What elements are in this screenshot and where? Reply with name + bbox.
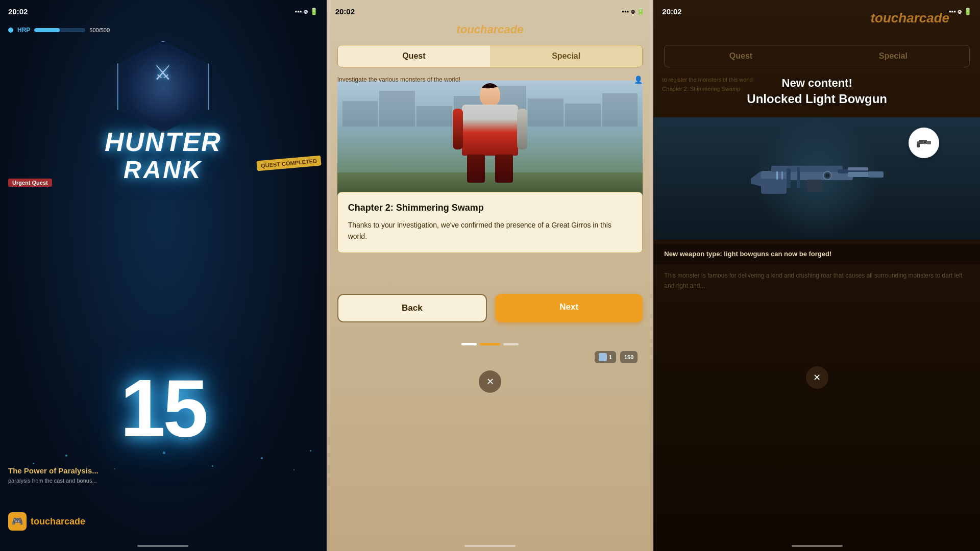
building: [416, 106, 452, 127]
dialog-buttons: Back Next: [337, 294, 643, 322]
svg-rect-8: [787, 168, 791, 188]
reward-icon-1: [599, 353, 607, 361]
new-content-label: New content!: [654, 77, 980, 90]
quest-name: The Power of Paralysis...: [8, 466, 318, 475]
portrait-inner: [337, 81, 643, 198]
subtitle-icon: 👤: [634, 76, 643, 84]
arm-right: [517, 109, 527, 149]
divider-1: [326, 0, 327, 551]
weapon-name: Unlocked Light Bowgun: [654, 92, 980, 106]
hunter-rank-logo: ⚔ HUNTER RANK: [105, 41, 222, 184]
quest-tabs-3: Quest Special: [664, 45, 970, 67]
tab-quest[interactable]: Quest: [338, 45, 490, 67]
star: [33, 463, 34, 464]
dot-done: [461, 343, 477, 345]
rank-number: 15: [120, 367, 206, 449]
weapon-icon-bubble: [909, 128, 939, 158]
svg-point-11: [825, 173, 829, 178]
character-torso: [462, 105, 518, 156]
ta-logo: 🎮 toucharcade: [8, 512, 85, 531]
svg-rect-18: [917, 143, 920, 147]
building: [565, 104, 601, 127]
new-weapon-desc: New weapon type: light bowguns can now b…: [654, 244, 980, 264]
dot-todo: [503, 343, 519, 345]
progress-dots: [461, 343, 519, 345]
tab-special[interactable]: Special: [490, 45, 642, 67]
character-head: [480, 83, 500, 106]
svg-marker-7: [751, 171, 761, 186]
reward-badge-1: 1: [595, 351, 616, 363]
home-indicator-1: [137, 545, 188, 547]
leg-right: [495, 155, 513, 183]
hrp-bar: HRP 500/500: [8, 27, 110, 34]
time-3: 20:02: [662, 7, 681, 16]
quest-tabs: Quest Special: [337, 45, 643, 67]
svg-rect-12: [807, 180, 822, 192]
dot-active: [480, 343, 500, 345]
rank-number-area: 15: [120, 367, 206, 449]
back-button[interactable]: Back: [337, 294, 487, 322]
divider-2: [653, 0, 654, 551]
time-1: 20:02: [8, 7, 28, 16]
panel-quest-dialog: 20:02 ▪▪▪ ⌾ 🔋 toucharcade Quest Special …: [327, 0, 653, 551]
hrp-progress: [34, 28, 85, 32]
time-2: 20:02: [335, 7, 355, 16]
urgent-quest-label: Urgent Quest: [8, 179, 52, 187]
svg-rect-4: [848, 167, 868, 170]
bowgun-icon: [915, 134, 933, 152]
ta-watermark-2: toucharcade: [457, 23, 524, 36]
ta-icon: 🎮: [8, 512, 27, 531]
status-icons-3: ▪▪▪ ⌾ 🔋: [949, 8, 972, 15]
close-button-2[interactable]: ✕: [479, 370, 501, 393]
subtitle-bar: Investigate the various monsters of the …: [337, 76, 643, 84]
reward-badges: 1 150: [595, 351, 638, 363]
armor-chest: [462, 105, 518, 120]
star: [310, 450, 311, 452]
quest-desc: paralysis from the cast and bonus...: [8, 477, 318, 485]
building: [342, 101, 378, 127]
svg-rect-13: [776, 171, 778, 180]
character-portrait: [337, 81, 643, 198]
ta-name: toucharcade: [31, 516, 85, 527]
svg-point-19: [923, 141, 926, 144]
home-indicator-2: [464, 545, 516, 547]
status-bar-2: 20:02 ▪▪▪ ⌾ 🔋: [327, 0, 653, 22]
chapter-desc: Thanks to your investigation, we've conf…: [348, 219, 632, 242]
hrp-text: 500/500: [89, 27, 110, 33]
word-rank: RANK: [105, 157, 222, 184]
tab-special-3: Special: [817, 45, 969, 67]
star: [65, 455, 67, 457]
weapon-svg: [746, 143, 889, 214]
close-button-3[interactable]: ✕: [806, 366, 828, 389]
svg-rect-2: [761, 179, 787, 194]
weapon-forge-desc: New weapon type: light bowguns can now b…: [664, 249, 970, 259]
status-bar-1: 20:02 ▪▪▪ ⌾ 🔋: [0, 0, 326, 22]
building: [528, 98, 564, 127]
svg-rect-6: [868, 171, 884, 178]
arm-left: [453, 109, 463, 149]
building: [379, 91, 415, 127]
status-icons-1: ▪▪▪ ⌾ 🔋: [295, 8, 318, 15]
hunter-rank-text: HUNTER RANK: [105, 128, 222, 184]
body-text-p: This monster is famous for delivering a …: [664, 270, 970, 291]
status-icons-2: ▪▪▪ ⌾ 🔋: [622, 8, 645, 15]
p3-body-text: This monster is famous for delivering a …: [664, 270, 970, 291]
emblem-wings: ⚔: [117, 52, 209, 93]
hrp-label: HRP: [17, 27, 30, 34]
info-card: Chapter 2: Shimmering Swamp Thanks to yo…: [337, 192, 643, 253]
hair-top: [480, 83, 500, 89]
hrp-fill: [34, 28, 60, 32]
panel-new-content: 20:02 ▪▪▪ ⌾ 🔋 toucharcade Quest Special …: [654, 0, 980, 551]
subtitle-text: Investigate the various monsters of the …: [337, 76, 460, 83]
panel-hunter-rank: 20:02 ▪▪▪ ⌾ 🔋 HRP 500/500 ⚔ HUNTER RANK …: [0, 0, 326, 551]
new-content-header: New content! Unlocked Light Bowgun: [654, 77, 980, 106]
home-indicator-3: [792, 545, 843, 547]
tab-quest-3: Quest: [665, 45, 817, 67]
svg-rect-14: [781, 171, 783, 180]
status-bar-3: 20:02 ▪▪▪ ⌾ 🔋: [654, 0, 980, 22]
star: [261, 457, 263, 459]
chapter-title: Chapter 2: Shimmering Swamp: [348, 203, 632, 213]
reward-value-2: 150: [624, 354, 633, 360]
next-button[interactable]: Next: [495, 294, 643, 322]
building: [602, 93, 638, 127]
